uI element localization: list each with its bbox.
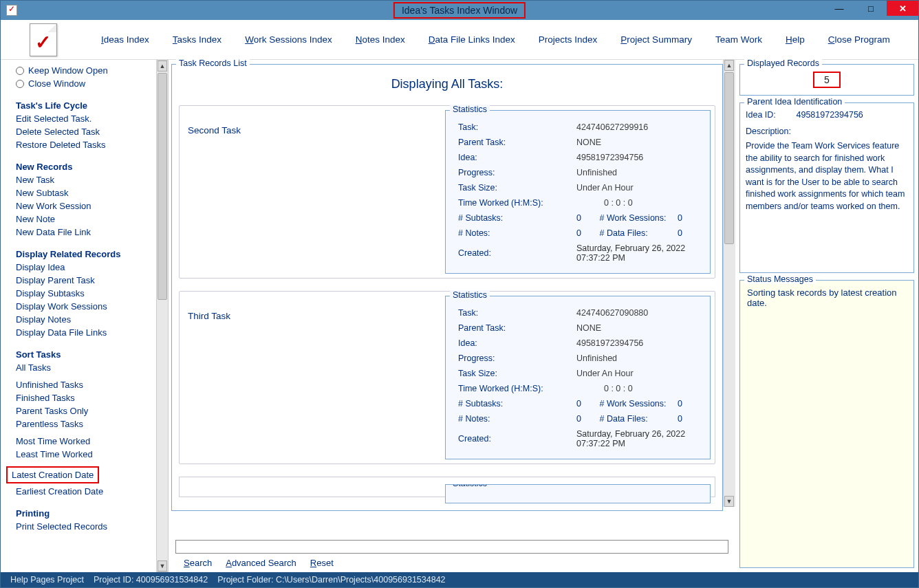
radio-icon (16, 80, 24, 88)
label-work-sessions: # Work Sessions: (599, 213, 675, 223)
radio-close-window[interactable]: Close Window (16, 78, 142, 89)
heading-lifecycle: Task's Life Cycle (16, 100, 142, 111)
link-restore-deleted-tasks[interactable]: Restore Deleted Tasks (16, 140, 142, 150)
menu-ideas-index[interactable]: Ideas Index (101, 34, 149, 45)
status-text: Sorting task records by latest creation … (747, 287, 907, 308)
parent-idea-group: Parent Idea Identification Idea ID: 4958… (739, 102, 914, 273)
label-task: Task: (457, 120, 574, 134)
label-time-worked: Time Worked (H:M:S): (457, 382, 574, 395)
group-legend: Status Messages (744, 274, 816, 284)
link-unfinished-tasks[interactable]: Unfinished Tasks (16, 380, 142, 390)
label-progress: Progress: (457, 351, 574, 365)
value-time-worked: 0 : 0 : 0 (575, 382, 699, 395)
advanced-search-link[interactable]: Advanced Search (226, 558, 296, 568)
link-display-work-sessions[interactable]: Display Work Sessions (16, 301, 142, 312)
reset-link[interactable]: Reset (310, 558, 334, 568)
value-notes: 0 (576, 228, 597, 238)
sidebar-scrollbar[interactable]: ▲ ▼ (156, 60, 169, 572)
link-print-selected-records[interactable]: Print Selected Records (16, 521, 142, 532)
client-area: Keep Window Open Close Window Task's Lif… (1, 60, 918, 572)
value-created: Saturday, February 26, 2022 07:37:22 PM (575, 241, 699, 265)
label-created: Created: (457, 241, 574, 265)
link-new-work-session[interactable]: New Work Session (16, 201, 142, 211)
maximize-button[interactable]: □ (855, 1, 887, 16)
scroll-thumb[interactable] (158, 73, 167, 300)
value-notes: 0 (576, 414, 597, 424)
value-progress: Unfinished (575, 166, 699, 179)
task-row[interactable]: Third Task Statistics Task:4247406270908… (179, 291, 715, 464)
scroll-up-icon[interactable]: ▲ (724, 60, 734, 71)
link-earliest-creation-date[interactable]: Earliest Creation Date (16, 486, 142, 497)
stats-legend: Statistics (450, 105, 490, 114)
menu-team-work[interactable]: Team Work (715, 34, 762, 45)
menu-tasks-index[interactable]: Tasks Index (173, 34, 221, 45)
menu-notes-index[interactable]: Notes Index (356, 34, 405, 45)
link-edit-selected-task[interactable]: Edit Selected Task. (16, 113, 142, 124)
task-list-scrollbar[interactable]: ▲ ▼ (723, 60, 735, 507)
main-panel: Task Records List Displaying All Tasks: … (169, 60, 738, 572)
menu-close-program[interactable]: Close Program (828, 34, 890, 45)
value-task-id: 424740627090880 (575, 306, 699, 320)
menu-data-file-links-index[interactable]: Data File Links Index (429, 34, 515, 45)
link-least-time-worked[interactable]: Least Time Worked (16, 449, 142, 459)
task-row[interactable]: Second Task Statistics Task:424740627299… (179, 105, 715, 279)
search-input[interactable] (175, 540, 728, 554)
description-label: Description: (746, 127, 791, 136)
value-time-worked: 0 : 0 : 0 (575, 196, 699, 210)
label-idea: Idea: (457, 336, 574, 350)
link-display-notes[interactable]: Display Notes (16, 314, 142, 325)
link-delete-selected-task[interactable]: Delete Selected Task (16, 127, 142, 137)
radio-label: Keep Window Open (28, 65, 108, 76)
scroll-down-icon[interactable]: ▼ (158, 560, 167, 571)
radio-keep-window-open[interactable]: Keep Window Open (16, 65, 142, 76)
scroll-down-icon[interactable]: ▼ (724, 496, 734, 507)
value-parent-task: NONE (575, 135, 699, 149)
link-new-task[interactable]: New Task (16, 175, 142, 185)
value-data-files: 0 (678, 414, 682, 424)
link-parent-tasks-only[interactable]: Parent Tasks Only (16, 406, 142, 416)
task-records-list-group: Task Records List Displaying All Tasks: … (171, 64, 723, 511)
heading-sort-tasks: Sort Tasks (16, 349, 142, 360)
minimize-button[interactable]: — (823, 1, 855, 16)
link-finished-tasks[interactable]: Finished Tasks (16, 393, 142, 403)
label-notes: # Notes: (457, 226, 574, 240)
menu-help[interactable]: Help (786, 34, 805, 45)
link-display-data-file-links[interactable]: Display Data File Links (16, 327, 142, 338)
description-text: Provide the Team Work Services feature t… (746, 141, 905, 211)
close-button[interactable]: ✕ (887, 1, 918, 16)
status-messages-group: Status Messages Sorting task records by … (739, 280, 914, 568)
label-subtasks: # Subtasks: (457, 211, 574, 225)
link-display-idea[interactable]: Display Idea (16, 262, 142, 272)
idea-id-label: Idea ID: (746, 110, 794, 120)
value-task-id: 424740627299916 (575, 120, 699, 134)
scroll-thumb[interactable] (724, 72, 734, 244)
link-most-time-worked[interactable]: Most Time Worked (16, 436, 142, 446)
value-subtasks: 0 (576, 399, 597, 409)
link-latest-creation-date[interactable]: Latest Creation Date (6, 466, 99, 483)
link-all-tasks[interactable]: All Tasks (16, 362, 142, 373)
search-link[interactable]: Search (184, 558, 212, 568)
search-links: Search Advanced Search Reset (175, 558, 728, 568)
displayed-records-group: Displayed Records 5 (739, 64, 914, 96)
value-data-files: 0 (678, 228, 682, 238)
link-new-data-file-link[interactable]: New Data File Link (16, 227, 142, 237)
value-subtasks: 0 (576, 213, 597, 223)
window-title: Idea's Tasks Index Window (393, 2, 526, 19)
heading-new-records: New Records (16, 162, 142, 172)
value-work-sessions: 0 (678, 213, 682, 223)
link-display-subtasks[interactable]: Display Subtasks (16, 288, 142, 298)
menu-projects-index[interactable]: Projects Index (539, 34, 598, 45)
scroll-up-icon[interactable]: ▲ (158, 61, 167, 72)
link-display-parent-task[interactable]: Display Parent Task (16, 275, 142, 285)
value-idea: 49581972394756 (575, 151, 699, 164)
status-bar: Help Pages Project Project ID: 400956931… (1, 572, 918, 587)
link-new-subtask[interactable]: New Subtask (16, 188, 142, 198)
value-task-size: Under An Hour (575, 181, 699, 195)
menu-project-summary[interactable]: Project Summary (620, 34, 692, 45)
link-parentless-tasks[interactable]: Parentless Tasks (16, 419, 142, 429)
footer-help-pages: Help Pages Project (10, 575, 84, 585)
stats-group-partial: Statistics (445, 484, 711, 503)
value-task-size: Under An Hour (575, 367, 699, 380)
link-new-note[interactable]: New Note (16, 214, 142, 224)
menu-work-sessions-index[interactable]: Work Sessions Index (245, 34, 332, 45)
